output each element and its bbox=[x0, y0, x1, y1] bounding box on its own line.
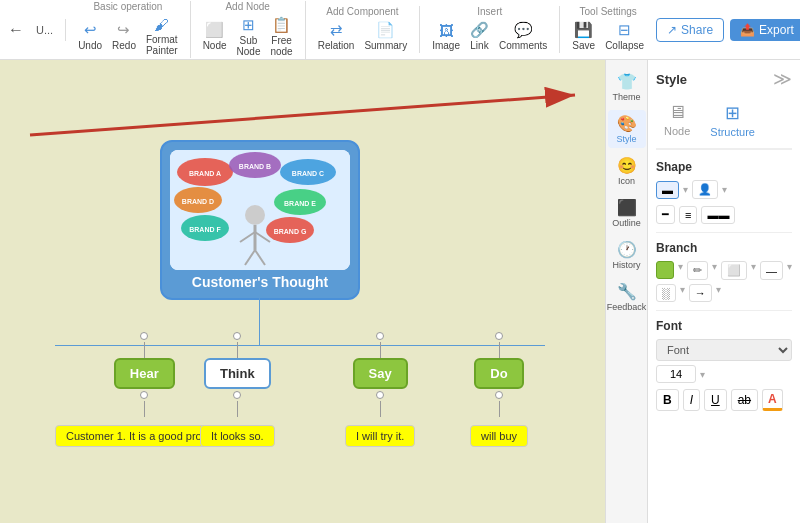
relation-button[interactable]: ⇄Relation bbox=[314, 19, 359, 53]
feedback-side-button[interactable]: 🔧 Feedback bbox=[608, 278, 646, 316]
think-sub-node[interactable]: It looks so. bbox=[200, 425, 275, 447]
branch-dash-divider: ▾ bbox=[787, 261, 792, 280]
font-size-arrow: ▾ bbox=[700, 369, 705, 380]
shape-row-2: ━ ≡ ▬▬ bbox=[656, 205, 792, 224]
branch-row-1: ▾ ✏ ▾ ⬜ ▾ — ▾ bbox=[656, 261, 792, 280]
toolbar-nav: ← U... bbox=[4, 19, 66, 41]
branch-rect-button[interactable]: ⬜ bbox=[721, 261, 747, 280]
font-style-row: B I U ab A bbox=[656, 389, 792, 411]
branch-rect-divider: ▾ bbox=[751, 261, 756, 280]
collapse-button[interactable]: ⊟Collapse bbox=[601, 19, 648, 53]
sub-node-button[interactable]: ⊞Sub Node bbox=[233, 14, 265, 59]
think-connector-dot bbox=[233, 332, 241, 340]
font-select[interactable]: Font bbox=[656, 339, 792, 361]
shape-person-divider: ▾ bbox=[722, 184, 727, 195]
think-sub-dot bbox=[233, 391, 241, 399]
branch-line-color-button[interactable]: ✏ bbox=[687, 261, 708, 280]
share-button[interactable]: ↗ Share bbox=[656, 18, 724, 42]
svg-text:BRAND G: BRAND G bbox=[274, 228, 307, 235]
shape-row: ▬ ▾ 👤 ▾ bbox=[656, 180, 792, 199]
say-node[interactable]: Say bbox=[353, 358, 408, 389]
redo-button[interactable]: ↪Redo bbox=[108, 19, 140, 53]
toolbar: ← U... Basic operation ↩Undo ↪Redo 🖌Form… bbox=[0, 0, 800, 60]
font-size-row: ▾ bbox=[656, 365, 792, 383]
do-sub-node[interactable]: will buy bbox=[470, 425, 528, 447]
hear-sub-line bbox=[144, 401, 145, 417]
do-node[interactable]: Do bbox=[474, 358, 523, 389]
insert-label: Insert bbox=[477, 6, 502, 17]
shape-divider: ▾ bbox=[683, 184, 688, 195]
add-node-buttons: ⬜Node ⊞Sub Node 📋Free node bbox=[199, 14, 297, 59]
export-button[interactable]: 📤 Export bbox=[730, 19, 800, 41]
arrow-decoration bbox=[20, 80, 590, 145]
svg-point-17 bbox=[245, 205, 265, 225]
basic-operation-buttons: ↩Undo ↪Redo 🖌Format Painter bbox=[74, 14, 182, 58]
branch-arrow-button[interactable]: → bbox=[689, 284, 712, 302]
think-branch: Think It looks so. bbox=[200, 330, 275, 447]
font-section-title: Font bbox=[656, 319, 792, 333]
feedback-icon: 🔧 bbox=[617, 282, 637, 301]
add-component-section: Add Component ⇄Relation 📄Summary bbox=[306, 6, 421, 53]
branch-line-divider: ▾ bbox=[712, 261, 717, 280]
style-side-button[interactable]: 🎨 Style bbox=[608, 110, 646, 148]
hear-connector-line bbox=[144, 342, 145, 358]
undo-button[interactable]: ↩Undo bbox=[74, 19, 106, 53]
say-connector-dot bbox=[376, 332, 384, 340]
structure-tab[interactable]: ⊞ Structure bbox=[702, 98, 763, 142]
insert-section: Insert 🖼Image 🔗Link 💬Comments bbox=[420, 6, 560, 53]
thought-visual: BRAND A BRAND B BRAND C BRAND D BRAND E … bbox=[170, 150, 350, 270]
canvas[interactable]: BRAND A BRAND B BRAND C BRAND D BRAND E … bbox=[0, 60, 605, 523]
toolbar-right: ↗ Share 📤 Export bbox=[656, 18, 800, 42]
free-node-button[interactable]: 📋Free node bbox=[266, 14, 296, 59]
basic-operation-label: Basic operation bbox=[93, 1, 162, 12]
italic-button[interactable]: I bbox=[683, 389, 700, 411]
outline-icon: ⬛ bbox=[617, 198, 637, 217]
think-node[interactable]: Think bbox=[204, 358, 271, 389]
expand-panel-button[interactable]: ≫ bbox=[773, 68, 792, 90]
say-branch: Say I will try it. bbox=[345, 330, 415, 447]
hear-node[interactable]: Hear bbox=[114, 358, 175, 389]
branch-pattern-divider: ▾ bbox=[680, 284, 685, 302]
underline-button[interactable]: U bbox=[704, 389, 727, 411]
export-icon: 📤 bbox=[740, 23, 755, 37]
branch-row-2: ░ ▾ → ▾ bbox=[656, 284, 792, 302]
outline-side-button[interactable]: ⬛ Outline bbox=[608, 194, 646, 232]
history-side-button[interactable]: 🕐 History bbox=[608, 236, 646, 274]
hear-connector-dot bbox=[140, 332, 148, 340]
font-size-input[interactable] bbox=[656, 365, 696, 383]
do-sub-dot bbox=[495, 391, 503, 399]
node-tab[interactable]: 🖥 Node bbox=[656, 98, 698, 142]
format-painter-button[interactable]: 🖌Format Painter bbox=[142, 14, 182, 58]
branch-arrow-divider: ▾ bbox=[716, 284, 721, 302]
font-color-button[interactable]: A bbox=[762, 389, 783, 411]
back-button[interactable]: ← bbox=[4, 19, 28, 41]
image-button[interactable]: 🖼Image bbox=[428, 20, 464, 53]
say-sub-node[interactable]: I will try it. bbox=[345, 425, 415, 447]
do-connector-dot bbox=[495, 332, 503, 340]
icon-side-button[interactable]: 😊 Icon bbox=[608, 152, 646, 190]
forward-button[interactable]: U... bbox=[32, 22, 57, 38]
node-button[interactable]: ⬜Node bbox=[199, 19, 231, 53]
do-connector-line bbox=[499, 342, 500, 358]
shape-section-title: Shape bbox=[656, 160, 792, 174]
shape-line-button[interactable]: ━ bbox=[656, 205, 675, 224]
shape-rect-filled-button[interactable]: ▬ bbox=[656, 181, 679, 199]
shape-dashes-button[interactable]: ≡ bbox=[679, 206, 697, 224]
share-icon: ↗ bbox=[667, 23, 677, 37]
comments-button[interactable]: 💬Comments bbox=[495, 19, 551, 53]
branch-pattern-button[interactable]: ░ bbox=[656, 284, 676, 302]
divider-2 bbox=[656, 310, 792, 311]
central-node[interactable]: BRAND A BRAND B BRAND C BRAND D BRAND E … bbox=[160, 140, 360, 300]
branch-dash-button[interactable]: — bbox=[760, 261, 783, 280]
shape-person-button[interactable]: 👤 bbox=[692, 180, 718, 199]
theme-side-button[interactable]: 👕 Theme bbox=[608, 68, 646, 106]
strikethrough-button[interactable]: ab bbox=[731, 389, 758, 411]
bold-button[interactable]: B bbox=[656, 389, 679, 411]
say-connector-line bbox=[380, 342, 381, 358]
summary-button[interactable]: 📄Summary bbox=[360, 19, 411, 53]
link-button[interactable]: 🔗Link bbox=[466, 19, 493, 53]
branch-color-button[interactable] bbox=[656, 261, 674, 279]
style-panel-title: Style bbox=[656, 72, 687, 87]
shape-thick-button[interactable]: ▬▬ bbox=[701, 206, 735, 224]
save-button[interactable]: 💾Save bbox=[568, 19, 599, 53]
